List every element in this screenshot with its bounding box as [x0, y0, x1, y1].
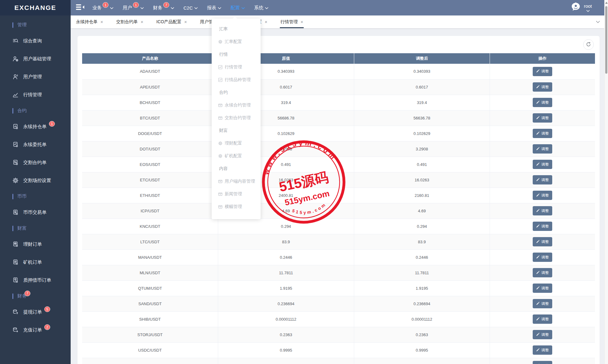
- adjust-button[interactable]: 调整: [533, 98, 552, 107]
- adjust-button[interactable]: 调整: [533, 268, 552, 277]
- scrollbar-up-arrow-icon[interactable]: [605, 2, 608, 4]
- product-name-cell: ICP/USDT: [82, 203, 218, 219]
- sidebar-item-17[interactable]: 提现订单5: [0, 303, 71, 321]
- close-icon[interactable]: ×: [141, 20, 143, 24]
- adjust-button[interactable]: 调整: [533, 361, 552, 364]
- edit-icon: [536, 131, 540, 136]
- original-value-cell: 0.236694: [218, 296, 354, 311]
- action-cell: 调整: [490, 203, 595, 219]
- sidebar-item-1[interactable]: 综合查询: [0, 32, 71, 50]
- tab-1[interactable]: 交割合约单×: [116, 15, 143, 28]
- edit-icon: [536, 286, 540, 291]
- adjust-button[interactable]: 调整: [533, 237, 552, 246]
- nav-item-1[interactable]: 用户1: [123, 0, 144, 15]
- product-name-cell: SHIB/USDT: [82, 311, 218, 327]
- nav-item-5[interactable]: 配置: [231, 0, 245, 15]
- sidebar-item-18[interactable]: 充值订单2: [0, 321, 71, 339]
- close-icon[interactable]: ×: [184, 20, 187, 24]
- nav-item-2[interactable]: 财务7: [153, 0, 174, 15]
- menu-item-label: 新闻管理: [225, 191, 242, 197]
- nav-item-6[interactable]: 系统: [254, 0, 268, 15]
- adjust-button[interactable]: 调整: [533, 206, 552, 215]
- sidebar-item-8[interactable]: 交割合约单: [0, 154, 71, 171]
- adjust-button[interactable]: 调整: [533, 82, 552, 92]
- adjust-button[interactable]: 调整: [533, 222, 552, 231]
- menu-item-4-1[interactable]: 新闻管理: [212, 188, 261, 200]
- adjust-button[interactable]: 调整: [533, 113, 552, 123]
- sidebar-item-9[interactable]: 交割场控设置: [0, 171, 71, 189]
- adjust-button[interactable]: 调整: [533, 345, 552, 355]
- adjusted-value-cell: 0.2446: [354, 249, 490, 265]
- adjusted-value-cell: 319.4: [354, 95, 490, 110]
- menu-item-1-0[interactable]: 行情管理: [212, 61, 261, 73]
- nav-item-3[interactable]: C2C: [183, 0, 198, 15]
- tab-0[interactable]: 永续持仓单×: [76, 15, 103, 28]
- close-icon[interactable]: ×: [100, 20, 103, 24]
- menu-item-4-0[interactable]: 用户端内容管理: [212, 175, 261, 188]
- product-name-cell: [82, 358, 218, 364]
- user-icon: [12, 74, 19, 80]
- product-name-cell: SAND/USDT: [82, 296, 218, 311]
- menu-item-2-0[interactable]: 永续合约管理: [212, 99, 261, 111]
- tab-5[interactable]: 行情管理×: [280, 15, 303, 28]
- table-row-6: EOS/USDT0.4910.491调整: [82, 157, 595, 172]
- adjust-button[interactable]: 调整: [533, 314, 552, 324]
- nav-item-0[interactable]: 业务1: [92, 0, 113, 15]
- topbar: EXCHANGE 业务1用户1财务7C2C报表配置系统 root: [0, 0, 608, 15]
- sidebar-item-13[interactable]: 理财订单: [0, 235, 71, 253]
- user-menu[interactable]: root: [571, 2, 592, 14]
- close-icon[interactable]: ×: [265, 20, 267, 24]
- menu-item-2-1[interactable]: 交割合约管理: [212, 111, 261, 124]
- menu-item-3-0[interactable]: 理财配置: [212, 137, 261, 150]
- adjust-button[interactable]: 调整: [533, 284, 552, 293]
- edit-icon: [536, 178, 540, 182]
- sidebar-item-2[interactable]: 用户基础管理: [0, 50, 71, 68]
- tabs-overflow-chevron-down-icon[interactable]: [596, 21, 600, 23]
- sidebar-item-11[interactable]: 币币交易单: [0, 203, 71, 221]
- adjust-button[interactable]: 调整: [533, 191, 552, 200]
- action-cell: 调整: [490, 234, 595, 249]
- sidebar-item-label: 用户基础管理: [23, 56, 51, 62]
- column-header-0: 产品名称: [82, 53, 218, 64]
- adjust-button[interactable]: 调整: [533, 129, 552, 138]
- sidebar-item-3[interactable]: 用户管理: [0, 68, 71, 86]
- table-row-13: MLN/USDT11.781111.7811调整: [82, 265, 595, 280]
- close-icon[interactable]: ×: [301, 20, 303, 24]
- adjusted-value-cell: 0.00001112: [354, 311, 490, 327]
- sidebar-item-15[interactable]: 质押借币订单: [0, 271, 71, 289]
- doc-coin-icon: [12, 209, 19, 215]
- nav-item-label: 用户: [123, 5, 132, 11]
- sidebar-collapse-button[interactable]: [76, 4, 85, 12]
- adjusted-value-cell: 4.69: [354, 203, 490, 219]
- adjust-button-label: 调整: [541, 301, 549, 306]
- tab-2[interactable]: ICO产品配置×: [156, 15, 187, 28]
- original-value-cell: 0.9995: [218, 342, 354, 358]
- adjust-button[interactable]: 调整: [533, 175, 552, 184]
- adjust-button[interactable]: 调整: [533, 299, 552, 308]
- nav-item-4[interactable]: 报表: [207, 0, 221, 15]
- chart-small-icon: [218, 78, 222, 82]
- adjust-button[interactable]: 调整: [533, 144, 552, 154]
- adjust-button[interactable]: 调整: [533, 160, 552, 169]
- user-gear-icon: [12, 56, 19, 62]
- sidebar-item-6[interactable]: 永续持仓单1: [0, 118, 71, 136]
- adjust-button-label: 调整: [541, 115, 549, 121]
- scrollbar-thumb[interactable]: [605, 6, 607, 74]
- adjust-button-label: 调整: [541, 100, 549, 105]
- adjust-button[interactable]: 调整: [533, 67, 552, 76]
- sidebar-item-4[interactable]: 行情管理: [0, 86, 71, 104]
- chevron-down-icon: [110, 7, 113, 9]
- refresh-button[interactable]: [583, 39, 594, 50]
- adjusted-value-cell: 0.294: [354, 219, 490, 234]
- table-body: ADA/USDT0.3403930.340393调整APE/USDT0.6017…: [82, 64, 595, 364]
- adjust-button[interactable]: 调整: [533, 330, 552, 339]
- sidebar-item-7[interactable]: 永续委托单: [0, 136, 71, 154]
- menu-item-4-2[interactable]: 横幅管理: [212, 200, 261, 213]
- menu-item-1-1[interactable]: 行情品种管理: [212, 73, 261, 86]
- column-header-3: 操作: [490, 53, 595, 64]
- sidebar-item-14[interactable]: 矿机订单: [0, 253, 71, 271]
- adjust-button[interactable]: 调整: [533, 253, 552, 262]
- vertical-scrollbar[interactable]: [604, 0, 608, 364]
- menu-item-3-1[interactable]: 矿机配置: [212, 150, 261, 162]
- menu-item-0-0[interactable]: 汇率配置: [212, 35, 261, 48]
